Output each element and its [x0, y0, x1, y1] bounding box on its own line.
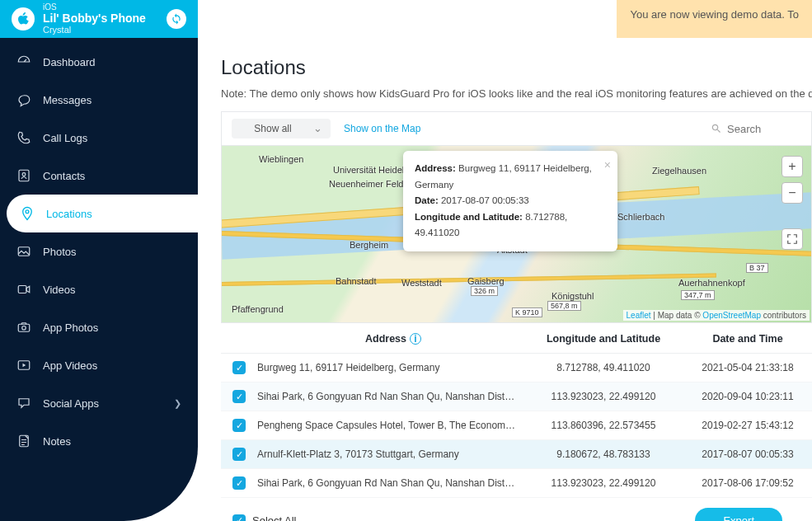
row-checkbox[interactable]: ✓ — [232, 448, 246, 461]
location-icon — [20, 206, 35, 221]
table-header: Addressi Longitude and Latitude Date and… — [221, 323, 812, 354]
svg-point-1 — [22, 173, 26, 176]
sidebar-item-label: Notes — [43, 435, 71, 448]
svg-point-6 — [22, 326, 26, 331]
cell-address: Arnulf-Klett-Platz 3, 70173 Stuttgart, G… — [257, 448, 529, 460]
table-row[interactable]: ✓Sihai Park, 6 Gongyuan Rd Nan Shan Qu, … — [221, 469, 812, 498]
dashboard-icon — [16, 54, 31, 69]
sidebar-item-label: Social Apps — [43, 397, 99, 410]
select-all-checkbox[interactable]: ✓ — [232, 514, 246, 522]
cell-datetime: 2019-02-27 15:43:12 — [678, 420, 812, 431]
cell-lonlat: 8.712788, 49.411020 — [529, 362, 678, 373]
export-button[interactable]: Export — [695, 508, 782, 521]
calls-icon — [16, 130, 31, 145]
appvideos-icon — [16, 358, 31, 373]
cell-address: Sihai Park, 6 Gongyuan Rd Nan Shan Qu, N… — [257, 477, 529, 489]
sidebar-item-app-videos[interactable]: App Videos — [0, 346, 198, 384]
cell-lonlat: 113.923023, 22.499120 — [529, 477, 678, 489]
sync-button[interactable] — [167, 9, 186, 29]
table-row[interactable]: ✓Sihai Park, 6 Gongyuan Rd Nan Shan Qu, … — [221, 383, 812, 411]
main-content: Locations Note: The demo only shows how … — [198, 38, 812, 521]
sidebar-item-app-photos[interactable]: App Photos — [0, 308, 198, 346]
sidebar-item-messages[interactable]: Messages — [0, 81, 198, 119]
sidebar-item-label: Locations — [46, 208, 92, 220]
map-place-label: Ziegelhausen — [652, 166, 706, 176]
cell-address: Burgweg 11, 69117 Heidelberg, Germany — [257, 362, 529, 373]
popup-close-icon[interactable]: × — [604, 156, 611, 176]
sidebar-item-label: App Videos — [43, 359, 97, 372]
sidebar-item-label: Dashboard — [43, 56, 96, 68]
map-badge: B 37 — [746, 263, 768, 273]
map[interactable]: WieblingenNeuenheimer FeldUniversität He… — [221, 146, 812, 323]
cell-address: Sihai Park, 6 Gongyuan Rd Nan Shan Qu, N… — [257, 391, 529, 402]
row-checkbox[interactable]: ✓ — [232, 476, 246, 490]
cell-lonlat: 113.923023, 22.499120 — [529, 391, 678, 402]
sidebar-item-dashboard[interactable]: Dashboard — [0, 43, 198, 81]
table-footer: ✓ Select All Export — [221, 498, 812, 521]
cell-lonlat: 9.180672, 48.783133 — [529, 448, 678, 460]
map-place-label: Pfaffengrund — [232, 304, 284, 314]
table-row[interactable]: ✓Arnulf-Klett-Platz 3, 70173 Stuttgart, … — [221, 440, 812, 469]
map-place-label: Königstuhl — [552, 291, 594, 301]
sidebar-item-videos[interactable]: Videos — [0, 270, 198, 308]
demo-banner: You are now viewing demo data. To — [617, 0, 812, 38]
map-badge: 326 m — [471, 286, 498, 296]
fullscreen-button[interactable] — [781, 228, 803, 250]
sidebar-item-contacts[interactable]: Contacts — [0, 157, 198, 195]
sidebar-item-label: App Photos — [43, 322, 98, 334]
select-all-label: Select All — [252, 514, 296, 521]
notes-icon — [16, 434, 31, 448]
map-place-label: Auerhahnenkopf — [678, 278, 745, 288]
zoom-in-button[interactable]: + — [781, 156, 803, 177]
social-icon — [16, 396, 31, 411]
appphotos-icon — [16, 320, 31, 335]
svg-rect-4 — [18, 286, 26, 293]
filter-bar: Show all Show on the Map — [221, 111, 812, 146]
sidebar-item-notes[interactable]: Notes — [0, 422, 198, 460]
search-wrap — [711, 123, 801, 135]
videos-icon — [16, 282, 31, 297]
show-on-map-link[interactable]: Show on the Map — [344, 123, 420, 134]
table-row[interactable]: ✓Pengheng Space Capsules Hotel, Tower B,… — [221, 411, 812, 440]
map-badge: 567,8 m — [547, 301, 581, 311]
info-icon[interactable]: i — [410, 333, 421, 345]
cell-datetime: 2017-08-06 17:09:52 — [678, 477, 812, 489]
sidebar-item-social-apps[interactable]: Social Apps❯ — [0, 384, 198, 422]
device-name: Lil' Bobby's Phone — [43, 12, 146, 25]
sidebar-item-label: Messages — [43, 94, 92, 106]
device-sub: Crystal — [43, 25, 146, 35]
search-input[interactable] — [727, 123, 801, 135]
map-badge: 347,7 m — [681, 290, 715, 300]
device-badge[interactable]: iOS Lil' Bobby's Phone Crystal — [0, 0, 198, 38]
cell-datetime: 2021-05-04 21:33:18 — [678, 362, 812, 373]
apple-icon — [12, 7, 35, 31]
table-row[interactable]: ✓Burgweg 11, 69117 Heidelberg, Germany8.… — [221, 354, 812, 383]
map-place-label: Wieblingen — [259, 154, 303, 164]
filter-dropdown[interactable]: Show all — [232, 119, 331, 138]
sidebar: DashboardMessagesCall LogsContactsLocati… — [0, 38, 198, 521]
cell-datetime: 2017-08-07 00:05:33 — [678, 448, 812, 460]
svg-point-2 — [26, 210, 29, 214]
sidebar-item-photos[interactable]: Photos — [0, 232, 198, 270]
contacts-icon — [16, 168, 31, 183]
page-title: Locations — [221, 56, 812, 79]
search-icon — [711, 123, 722, 134]
map-place-label: Weststadt — [401, 278, 442, 288]
row-checkbox[interactable]: ✓ — [232, 361, 246, 374]
map-badge: K 9710 — [512, 307, 542, 317]
sidebar-item-label: Videos — [43, 284, 76, 296]
page-note: Note: The demo only shows how KidsGuard … — [221, 87, 812, 100]
sidebar-item-locations[interactable]: Locations — [7, 195, 198, 232]
sidebar-item-call-logs[interactable]: Call Logs — [0, 119, 198, 157]
sidebar-item-label: Call Logs — [43, 132, 87, 144]
messages-icon — [16, 92, 31, 107]
row-checkbox[interactable]: ✓ — [232, 390, 246, 403]
map-attribution: Leaflet | Map data © OpenStreetMap contr… — [623, 310, 810, 321]
chevron-right-icon: ❯ — [174, 398, 181, 409]
zoom-out-button[interactable]: − — [781, 182, 803, 204]
map-place-label: Bergheim — [350, 240, 388, 250]
map-place-label: Schlierbach — [617, 212, 664, 222]
sidebar-item-label: Photos — [43, 246, 76, 258]
cell-lonlat: 113.860396, 22.573455 — [529, 420, 678, 431]
row-checkbox[interactable]: ✓ — [232, 419, 246, 432]
